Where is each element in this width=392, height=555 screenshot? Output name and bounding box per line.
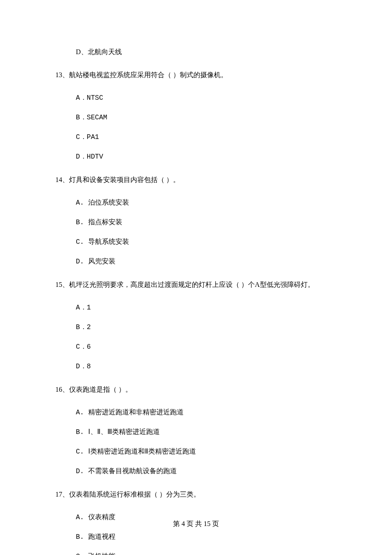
question-stem: 15、机坪泛光照明要求，高度超出过渡面规定的灯杆上应设（ ）个A型低光强障碍灯。: [55, 280, 337, 290]
option-c: C．PA1: [76, 132, 337, 142]
page-content: D、北航向天线 13、航站楼电视监控系统应采用符合（ ）制式的摄像机。 A．NT…: [0, 0, 392, 555]
option-b: B．2: [76, 322, 337, 332]
option-a: A．1: [76, 303, 337, 313]
question-15: 15、机坪泛光照明要求，高度超出过渡面规定的灯杆上应设（ ）个A型低光强障碍灯。…: [55, 280, 337, 372]
option-b: B. 跑道视程: [76, 532, 337, 542]
option-c: C. 飞机性能: [76, 552, 337, 555]
option-d: D. 风兜安装: [76, 257, 337, 267]
question-stem: 13、航站楼电视监控系统应采用符合（ ）制式的摄像机。: [55, 70, 337, 80]
option-c: C. Ⅰ类精密进近跑道和Ⅱ类精密进近跑道: [76, 447, 337, 457]
question-stem: 14、灯具和设备安装项目内容包括（ ）。: [55, 175, 337, 185]
option-a: A．NTSC: [76, 93, 337, 103]
option-b: B. Ⅰ、Ⅱ、Ⅲ类精密进近跑道: [76, 427, 337, 437]
option-a: A. 泊位系统安装: [76, 198, 337, 208]
question-stem: 16、仪表跑道是指（ ）。: [55, 384, 337, 395]
option-d: D．HDTV: [76, 152, 337, 162]
option-d: D．8: [76, 361, 337, 372]
option-c: C. 导航系统安装: [76, 237, 337, 247]
question-stem: 17、仪表着陆系统运行标准根据（ ）分为三类。: [55, 489, 337, 500]
question-13: 13、航站楼电视监控系统应采用符合（ ）制式的摄像机。 A．NTSC B．SEC…: [55, 70, 337, 162]
page-footer: 第 4 页 共 15 页: [0, 520, 392, 529]
orphan-option-d: D、北航向天线: [76, 47, 337, 57]
option-a: A. 精密进近跑道和非精密进近跑道: [76, 408, 337, 418]
option-b: B．SECAM: [76, 113, 337, 123]
question-16: 16、仪表跑道是指（ ）。 A. 精密进近跑道和非精密进近跑道 B. Ⅰ、Ⅱ、Ⅲ…: [55, 384, 337, 477]
option-d: D. 不需装备目视助航设备的跑道: [76, 466, 337, 477]
option-b: B. 指点标安装: [76, 217, 337, 228]
question-14: 14、灯具和设备安装项目内容包括（ ）。 A. 泊位系统安装 B. 指点标安装 …: [55, 175, 337, 267]
option-c: C．6: [76, 342, 337, 352]
